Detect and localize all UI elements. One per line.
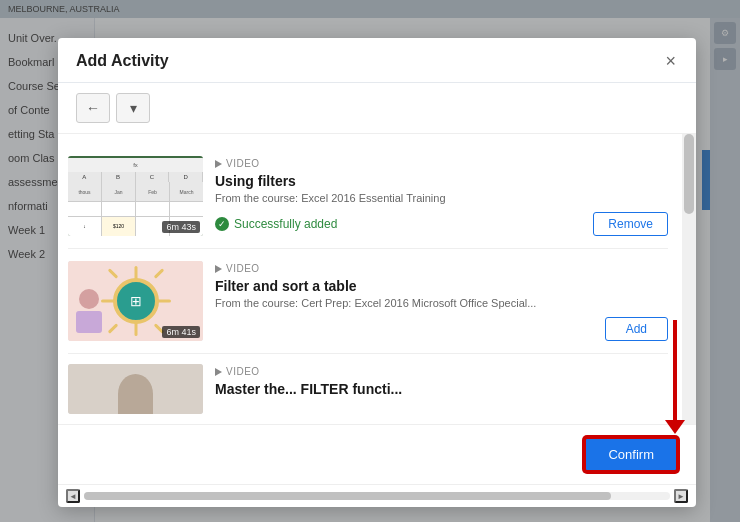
add-activity-modal: Add Activity × ← ▾ fx bbox=[58, 38, 696, 507]
video-label-1: VIDEO bbox=[215, 158, 668, 169]
horizontal-scrollbar: ◄ ► bbox=[58, 484, 696, 507]
activity-item-3: VIDEO Master the... FILTER functi... bbox=[68, 354, 668, 414]
duration-1: 6m 43s bbox=[162, 221, 200, 233]
scroll-right-button[interactable]: ► bbox=[674, 489, 688, 503]
activity-info-3: VIDEO Master the... FILTER functi... bbox=[215, 364, 668, 400]
thumbnail-3 bbox=[68, 364, 203, 414]
activity-title-3: Master the... FILTER functi... bbox=[215, 381, 668, 397]
remove-button-1[interactable]: Remove bbox=[593, 212, 668, 236]
duration-2: 6m 41s bbox=[162, 326, 200, 338]
activity-info-2: VIDEO Filter and sort a table From the c… bbox=[215, 261, 668, 341]
modal-title: Add Activity bbox=[76, 52, 169, 70]
activity-course-2: From the course: Cert Prep: Excel 2016 M… bbox=[215, 297, 668, 309]
chevron-down-icon: ▾ bbox=[130, 100, 137, 116]
activity-course-1: From the course: Excel 2016 Essential Tr… bbox=[215, 192, 668, 204]
close-button[interactable]: × bbox=[663, 52, 678, 70]
thumbnail-1: fx A B C D thous Jan bbox=[68, 156, 203, 236]
activity-title-1: Using filters bbox=[215, 173, 668, 189]
red-arrow-annotation bbox=[665, 320, 685, 434]
activity-item-1: fx A B C D thous Jan bbox=[68, 144, 668, 249]
scroll-thumb[interactable] bbox=[84, 492, 611, 500]
back-icon: ← bbox=[86, 100, 100, 116]
modal-footer: Confirm bbox=[58, 424, 696, 484]
dropdown-button[interactable]: ▾ bbox=[116, 93, 150, 123]
arrow-head bbox=[665, 420, 685, 434]
play-icon-1 bbox=[215, 160, 222, 168]
scroll-left-button[interactable]: ◄ bbox=[66, 489, 80, 503]
play-icon-3 bbox=[215, 368, 222, 376]
confirm-button[interactable]: Confirm bbox=[584, 437, 678, 472]
check-icon: ✓ bbox=[215, 217, 229, 231]
scroll-track bbox=[84, 492, 670, 500]
activity-list: fx A B C D thous Jan bbox=[58, 134, 696, 424]
activity-title-2: Filter and sort a table bbox=[215, 278, 668, 294]
modal-header: Add Activity × bbox=[58, 38, 696, 83]
video-label-3: VIDEO bbox=[215, 366, 668, 377]
play-icon-2 bbox=[215, 265, 222, 273]
add-button-2[interactable]: Add bbox=[605, 317, 668, 341]
activity-item-2: ⊞ 6m 41s bbox=[68, 249, 668, 354]
activity-actions-1: ✓ Successfully added Remove bbox=[215, 212, 668, 236]
video-label-2: VIDEO bbox=[215, 263, 668, 274]
modal-toolbar: ← ▾ bbox=[58, 83, 696, 134]
activity-actions-2: Add bbox=[215, 317, 668, 341]
activity-info-1: VIDEO Using filters From the course: Exc… bbox=[215, 156, 668, 236]
thumbnail-2: ⊞ 6m 41s bbox=[68, 261, 203, 341]
arrow-line bbox=[673, 320, 677, 420]
modal-body: fx A B C D thous Jan bbox=[58, 134, 696, 424]
success-message: ✓ Successfully added bbox=[215, 217, 337, 231]
scrollbar-thumb[interactable] bbox=[684, 134, 694, 214]
back-button[interactable]: ← bbox=[76, 93, 110, 123]
